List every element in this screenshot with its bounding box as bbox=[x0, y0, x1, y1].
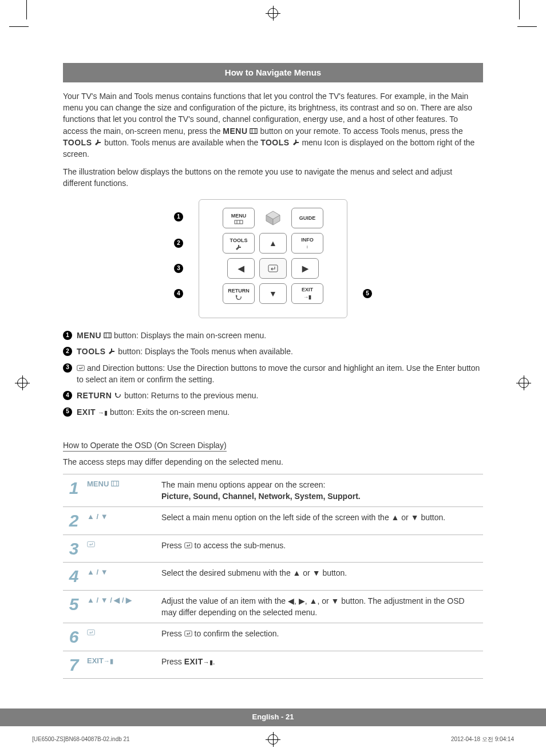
svg-rect-17 bbox=[88, 541, 94, 547]
registration-mark-icon bbox=[519, 378, 529, 388]
tools-button: TOOLS bbox=[223, 233, 255, 254]
remote-illustration: 1 2 3 4 5 MENU GUIDE TOOLS bbox=[199, 199, 347, 318]
svg-rect-18 bbox=[184, 543, 191, 548]
intro-text-c: button. Tools menus are available when t… bbox=[104, 138, 260, 147]
crop-mark bbox=[517, 26, 537, 27]
callout-5: 5 bbox=[363, 289, 372, 298]
exit-icon: →▮ bbox=[98, 409, 108, 416]
menu-icon bbox=[234, 220, 243, 224]
tools-icon bbox=[235, 244, 242, 250]
tools-button-label: TOOLS bbox=[230, 237, 248, 244]
menu-icon bbox=[250, 128, 258, 134]
steps-table: 1 MENU The main menu options appear on t… bbox=[63, 474, 483, 679]
intro-text-b: button on your remote. To access Tools m… bbox=[260, 126, 462, 136]
tools-button-ref: TOOLS bbox=[63, 138, 92, 147]
up-button: ▲ bbox=[259, 233, 287, 254]
enter-icon bbox=[87, 541, 95, 548]
menu-button: MENU bbox=[223, 208, 255, 228]
step-6-key bbox=[85, 623, 159, 651]
step-7-key-label: EXIT bbox=[87, 656, 104, 665]
svg-rect-9 bbox=[268, 265, 278, 272]
step-7-desc: Press EXIT→▮. bbox=[159, 651, 483, 679]
info-button-label: INFO bbox=[301, 236, 314, 244]
step-2-desc: Select a main menu option on the left si… bbox=[159, 507, 483, 535]
exit-icon: →▮ bbox=[203, 659, 213, 666]
legend-4-label: RETURN bbox=[77, 391, 112, 400]
exit-button: EXIT →▮ bbox=[291, 283, 323, 304]
callout-2: 2 bbox=[174, 239, 183, 248]
svg-rect-10 bbox=[104, 333, 111, 338]
step-6-desc: Press to confirm the selection. bbox=[159, 623, 483, 651]
step-number: 4 bbox=[63, 563, 85, 590]
svg-rect-13 bbox=[77, 365, 84, 370]
svg-rect-3 bbox=[235, 220, 243, 224]
guide-button: GUIDE bbox=[291, 208, 323, 228]
enter-button bbox=[259, 258, 287, 279]
svg-rect-0 bbox=[250, 128, 257, 133]
step-7-desc-a: Press bbox=[161, 657, 184, 666]
registration-mark-icon bbox=[17, 378, 27, 388]
section-header: How to Navigate Menus bbox=[63, 63, 483, 82]
print-footer-right: 2012-04-18 오전 9:04:14 bbox=[451, 735, 514, 744]
legend-num-1: 1 bbox=[63, 331, 72, 340]
intro-text: Your TV's Main and Tools menus contains … bbox=[63, 90, 483, 189]
legend-num-3: 3 bbox=[63, 363, 72, 373]
step-1-menu-options: Picture, Sound, Channel, Network, System… bbox=[161, 490, 481, 502]
step-5-key: ▲ / ▼ / ◀ / ▶ bbox=[85, 591, 159, 623]
legend-num-2: 2 bbox=[63, 347, 72, 356]
button-legend: 1 MENU button: Displays the main on-scre… bbox=[63, 330, 483, 418]
legend-4-text: button: Returns to the previous menu. bbox=[124, 391, 258, 400]
step-1-desc-a: The main menu options appear on the scre… bbox=[161, 479, 481, 490]
svg-rect-19 bbox=[88, 630, 94, 635]
step-number: 2 bbox=[63, 507, 85, 535]
enter-icon bbox=[268, 264, 278, 272]
legend-2-label: TOOLS bbox=[77, 347, 105, 356]
step-2-key: ▲ / ▼ bbox=[85, 507, 159, 535]
step-number: 5 bbox=[63, 591, 85, 623]
left-button: ◀ bbox=[227, 258, 255, 279]
menu-icon bbox=[111, 480, 119, 487]
print-footer: [UE6500-ZS]BN68-04087B-02.indb 21 2012-0… bbox=[32, 735, 514, 744]
step-4-key: ▲ / ▼ bbox=[85, 563, 159, 590]
svg-rect-14 bbox=[112, 481, 118, 486]
step-4-desc: Select the desired submenu with the ▲ or… bbox=[159, 563, 483, 590]
step-number: 7 bbox=[63, 651, 85, 679]
legend-5-text: button: Exits the on-screen menu. bbox=[110, 407, 230, 417]
osd-heading: How to Operate the OSD (On Screen Displa… bbox=[63, 440, 227, 452]
exit-icon: →▮ bbox=[303, 294, 311, 301]
return-icon bbox=[114, 392, 122, 399]
return-button: RETURN bbox=[223, 283, 255, 304]
return-button-label: RETURN bbox=[228, 287, 250, 295]
enter-icon bbox=[77, 365, 85, 371]
step-7-desc-b: EXIT bbox=[184, 657, 203, 666]
print-footer-left: [UE6500-ZS]BN68-04087B-02.indb 21 bbox=[32, 735, 130, 744]
tools-icon bbox=[94, 139, 102, 146]
crop-mark bbox=[519, 0, 520, 19]
tools-icon bbox=[292, 139, 300, 146]
registration-mark-icon bbox=[268, 8, 278, 18]
step-3-desc: Press to access the sub-menus. bbox=[159, 535, 483, 563]
exit-icon: →▮ bbox=[104, 658, 113, 664]
crop-mark bbox=[9, 26, 29, 27]
step-number: 3 bbox=[63, 535, 85, 563]
enter-icon bbox=[184, 630, 192, 637]
legend-num-5: 5 bbox=[63, 407, 72, 417]
return-icon bbox=[235, 295, 243, 300]
legend-1-text: button: Displays the main on-screen menu… bbox=[114, 331, 266, 340]
legend-3-text: and Direction buttons: Use the Direction… bbox=[77, 363, 480, 384]
enter-icon bbox=[87, 629, 95, 636]
page-footer-bar: English - 21 bbox=[0, 708, 546, 726]
cube-icon bbox=[259, 208, 287, 228]
legend-2-text: button: Displays the Tools menus when av… bbox=[118, 347, 293, 356]
tools-button-ref: TOOLS bbox=[260, 138, 289, 147]
menu-button-label: MENU bbox=[231, 212, 247, 220]
step-7-key: EXIT→▮ bbox=[85, 651, 159, 679]
exit-button-label: EXIT bbox=[302, 286, 313, 294]
osd-intro: The access steps may differ depending on… bbox=[63, 456, 483, 468]
step-1-key: MENU bbox=[85, 474, 159, 507]
menu-icon bbox=[104, 332, 112, 339]
enter-icon bbox=[184, 542, 192, 549]
legend-1-label: MENU bbox=[77, 331, 101, 340]
legend-5-label: EXIT bbox=[77, 407, 96, 417]
step-5-desc: Adjust the value of an item with the ◀, … bbox=[159, 591, 483, 623]
